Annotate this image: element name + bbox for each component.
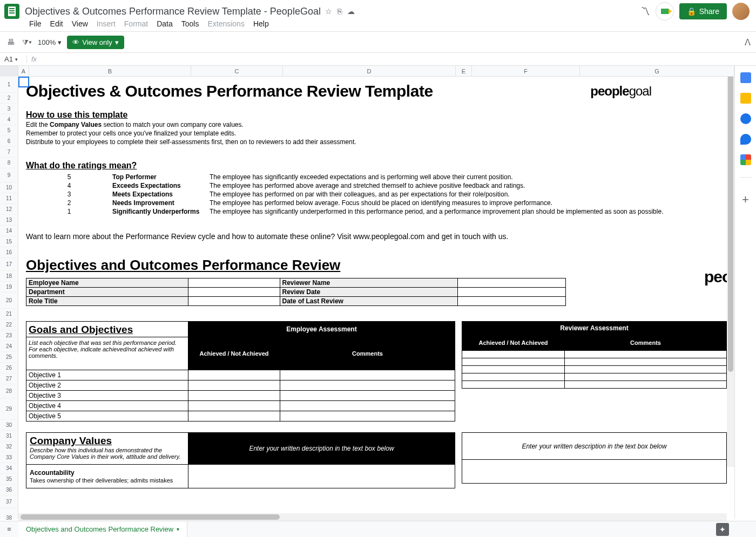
meet-icon [661, 9, 669, 14]
row-header[interactable]: 15 [0, 236, 18, 247]
grid-cells[interactable]: Objectives & Outcomes Performance Review… [18, 77, 734, 519]
row-header[interactable]: 10 [0, 182, 18, 193]
goals-table-reviewer[interactable]: Reviewer Assessment Achieved / Not Achie… [462, 321, 727, 389]
row-header[interactable]: 32 [0, 441, 18, 452]
row-header[interactable]: 22 [0, 320, 18, 330]
section-title: Objectives and Outcomes Performance Revi… [26, 257, 727, 274]
col-header-e[interactable]: E [456, 66, 472, 76]
star-icon[interactable]: ☆ [325, 7, 332, 16]
row-header[interactable]: 14 [0, 226, 18, 236]
menu-view[interactable]: View [72, 19, 88, 28]
row-header[interactable]: 35 [0, 474, 18, 485]
all-sheets-icon[interactable]: ≡ [0, 525, 18, 533]
row-header[interactable]: 13 [0, 215, 18, 226]
row-header[interactable]: 4 [0, 114, 18, 125]
filter-icon[interactable]: ⧩▾ [22, 38, 32, 47]
tasks-icon[interactable] [740, 113, 751, 124]
print-icon[interactable]: 🖶 [5, 38, 16, 46]
col-header-f[interactable]: F [472, 66, 580, 76]
row-header[interactable]: 34 [0, 463, 18, 474]
meet-button[interactable] [656, 2, 674, 21]
row-header[interactable]: 27 [0, 373, 18, 384]
collapse-toolbar-icon[interactable]: ᐱ [745, 37, 751, 47]
row-header[interactable]: 5 [0, 125, 18, 136]
sheets-logo-icon[interactable] [4, 4, 19, 19]
row-header[interactable]: 6 [0, 136, 18, 147]
ratings-table: 5Top PerformerThe employee has significa… [26, 173, 663, 216]
goals-desc: List each objective that was set this pe… [26, 337, 188, 370]
side-panel-separator [740, 177, 752, 178]
maps-icon[interactable] [740, 154, 751, 165]
row-header[interactable]: 9 [0, 168, 18, 182]
select-all-cell[interactable] [0, 66, 18, 77]
row-header[interactable]: 21 [0, 309, 18, 320]
row-header[interactable]: 26 [0, 363, 18, 373]
explore-button[interactable]: ✦ [716, 523, 729, 536]
name-box[interactable]: A1▾ [0, 55, 27, 63]
move-icon[interactable]: ⎘ [338, 7, 342, 16]
column-headers[interactable]: A B C D E F G [18, 66, 734, 77]
menu-file[interactable]: File [29, 19, 42, 28]
row-headers[interactable]: 1 2 3 4 5 6 7 8 9 10 11 12 13 14 15 16 1… [0, 66, 18, 519]
row-header[interactable]: 2 [0, 93, 18, 104]
account-avatar[interactable] [732, 3, 750, 20]
row-header[interactable]: 28 [0, 384, 18, 398]
row-header[interactable]: 16 [0, 247, 18, 258]
chevron-down-icon: ▾ [15, 57, 18, 62]
goals-table-employee[interactable]: Goals and Objectives Employee Assessment… [26, 321, 455, 422]
keep-icon[interactable] [740, 93, 751, 104]
formula-bar: A1▾ fx [0, 53, 756, 66]
row-header[interactable]: 30 [0, 420, 18, 431]
row-header[interactable]: 36 [0, 485, 18, 495]
row-header[interactable]: 11 [0, 193, 18, 204]
activity-icon[interactable]: 〽 [640, 6, 650, 17]
row-header[interactable]: 33 [0, 452, 18, 463]
calendar-icon[interactable] [740, 72, 751, 83]
row-header[interactable]: 17 [0, 258, 18, 271]
menu-tools[interactable]: Tools [181, 19, 199, 28]
company-values-table-right[interactable]: Enter your written description in the te… [462, 432, 727, 484]
row-header[interactable]: 8 [0, 158, 18, 168]
row-header[interactable]: 20 [0, 293, 18, 309]
row-header[interactable]: 31 [0, 431, 18, 441]
menu-data[interactable]: Data [157, 19, 173, 28]
row-header[interactable]: 25 [0, 352, 18, 363]
chevron-down-icon: ▾ [58, 38, 62, 46]
row-header[interactable]: 18 [0, 271, 18, 282]
info-table[interactable]: Employee NameReviewer Name DepartmentRev… [26, 278, 566, 306]
vertical-scrollbar[interactable] [727, 67, 734, 467]
zoom-dropdown[interactable]: 100% ▾ [38, 38, 62, 46]
row-header[interactable]: 1 [0, 77, 18, 93]
row-header[interactable]: 3 [0, 104, 18, 114]
chevron-down-icon: ▾ [115, 38, 119, 46]
view-only-button[interactable]: 👁 View only ▾ [67, 36, 124, 49]
cloud-status-icon[interactable]: ☁ [347, 7, 355, 16]
row-header[interactable]: 24 [0, 341, 18, 352]
col-header-a[interactable]: A [18, 66, 29, 76]
row-header[interactable]: 7 [0, 147, 18, 158]
menu-extensions: Extensions [207, 19, 244, 28]
chevron-down-icon: ▾ [177, 526, 179, 532]
col-header-b[interactable]: B [29, 66, 191, 76]
sheet-tab[interactable]: Objectives and Outcomes Performance Revi… [18, 521, 187, 537]
document-title[interactable]: Objectives & Outcomes Performance Review… [25, 6, 321, 17]
row-header[interactable]: 23 [0, 330, 18, 341]
company-values-table-left[interactable]: Company Values Enter your written descri… [26, 432, 455, 488]
add-addon-icon[interactable]: + [742, 193, 749, 207]
col-header-g[interactable]: G [580, 66, 734, 76]
row-header[interactable]: 29 [0, 398, 18, 420]
row-header[interactable]: 37 [0, 495, 18, 508]
col-header-d[interactable]: D [283, 66, 456, 76]
menu-edit[interactable]: Edit [50, 19, 63, 28]
scrollbar-thumb[interactable] [728, 70, 733, 372]
horizontal-scrollbar[interactable] [18, 513, 727, 521]
share-button[interactable]: 🔒 Share [679, 3, 727, 19]
fx-label: fx [27, 55, 41, 63]
scrollbar-thumb[interactable] [21, 514, 280, 520]
contacts-icon[interactable] [740, 134, 751, 145]
menu-help[interactable]: Help [253, 19, 269, 28]
col-header-c[interactable]: C [191, 66, 283, 76]
row-header[interactable]: 12 [0, 204, 18, 215]
row-header[interactable]: 19 [0, 282, 18, 293]
toolbar: 🖶 ⧩▾ 100% ▾ 👁 View only ▾ ᐱ [0, 31, 756, 53]
